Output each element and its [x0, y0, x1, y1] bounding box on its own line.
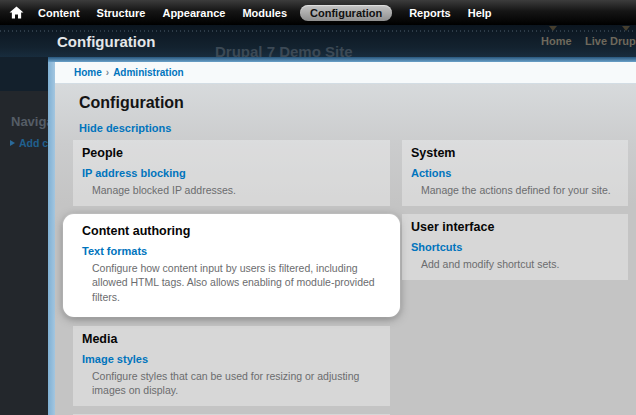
section-title: User interface: [411, 220, 619, 234]
toolbar-item-appearance[interactable]: Appearance: [162, 7, 225, 19]
breadcrumb-administration-link[interactable]: Administration: [113, 67, 184, 78]
actions-link[interactable]: Actions: [411, 167, 451, 179]
breadcrumb: Home›Administration: [55, 62, 636, 84]
header-menu-live-drupal[interactable]: Live Drupal T: [585, 35, 636, 47]
hide-descriptions-link[interactable]: Hide descriptions: [79, 122, 171, 134]
breadcrumb-home-link[interactable]: Home: [74, 67, 102, 78]
section-description: Configure how content input by users is …: [92, 261, 381, 304]
toolbar-item-content[interactable]: Content: [38, 7, 80, 19]
section-system: System Actions Manage the actions define…: [402, 140, 628, 206]
section-people: People IP address blocking Manage blocke…: [73, 140, 390, 206]
menu-tab-arrow-icon: [549, 26, 557, 31]
sidebar-add-content-link[interactable]: Add content: [19, 137, 48, 149]
section-title: Media: [82, 332, 381, 346]
section-title: System: [411, 146, 619, 160]
admin-overlay: Home›Administration Configuration Hide d…: [48, 57, 636, 415]
section-media: Media Image styles Configure styles that…: [73, 326, 390, 406]
right-column: System Actions Manage the actions define…: [402, 140, 628, 288]
header-menu-home[interactable]: Home: [541, 35, 572, 47]
toolbar-item-modules[interactable]: Modules: [242, 7, 287, 19]
page-title: Configuration: [57, 33, 155, 50]
menu-expand-arrow-icon: [10, 140, 15, 146]
left-column: People IP address blocking Manage blocke…: [73, 140, 390, 415]
section-description: Add and modify shortcut sets.: [421, 257, 619, 271]
header-dotted-divider: [0, 30, 636, 32]
section-description: Manage blocked IP addresses.: [92, 183, 381, 197]
ip-address-blocking-link[interactable]: IP address blocking: [82, 167, 186, 179]
image-styles-link[interactable]: Image styles: [82, 353, 148, 365]
section-description: Configure styles that can be used for re…: [92, 369, 381, 397]
menu-tab-arrow-icon: [622, 26, 630, 31]
sidebar-navigation-heading: Navigation: [11, 114, 48, 129]
toolbar-item-reports[interactable]: Reports: [409, 7, 451, 19]
toolbar-item-structure[interactable]: Structure: [97, 7, 146, 19]
overlay-page-title: Configuration: [79, 94, 184, 112]
toolbar-item-help[interactable]: Help: [468, 7, 492, 19]
section-title: People: [82, 146, 381, 160]
breadcrumb-separator: ›: [106, 67, 109, 78]
section-user-interface: User interface Shortcuts Add and modify …: [402, 214, 628, 280]
overlay-content: Configuration Hide descriptions People I…: [55, 84, 636, 415]
shortcuts-link[interactable]: Shortcuts: [411, 241, 462, 253]
section-description: Manage the actions defined for your site…: [421, 183, 619, 197]
text-formats-link[interactable]: Text formats: [82, 245, 147, 257]
section-title: Content authoring: [82, 224, 381, 238]
toolbar-item-configuration-active[interactable]: Configuration: [300, 5, 392, 21]
home-icon[interactable]: [9, 6, 24, 19]
admin-toolbar: Content Structure Appearance Modules Con…: [0, 0, 636, 25]
dimmed-header-band: [0, 57, 48, 91]
section-content-authoring-highlighted: Content authoring Text formats Configure…: [63, 214, 400, 317]
dimmed-background-page: Navigation Add content: [0, 57, 48, 415]
overlay-left-border: [48, 62, 55, 415]
